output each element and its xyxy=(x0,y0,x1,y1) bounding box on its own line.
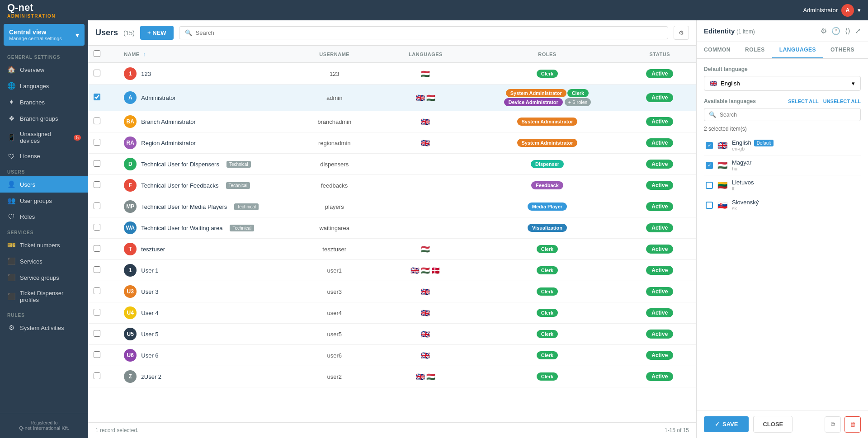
lang-default-badge: Default xyxy=(754,140,774,146)
row-checkbox[interactable] xyxy=(94,266,100,273)
sidebar-item-ticket-numbers[interactable]: 🎫 Ticket numbers xyxy=(0,237,88,253)
row-checkbox[interactable] xyxy=(94,309,100,316)
col-languages: LANGUAGES xyxy=(380,46,472,63)
tab-others[interactable]: OTHERS xyxy=(823,42,862,58)
row-checkbox[interactable] xyxy=(94,372,100,379)
sidebar-label-ticket-numbers: Ticket numbers xyxy=(20,242,60,249)
right-panel-count: (1 item) xyxy=(736,28,755,35)
row-checkbox[interactable] xyxy=(94,245,100,252)
history-icon[interactable]: 🕐 xyxy=(831,27,840,35)
table-row[interactable]: RARegion Administratorregionadmin🇬🇧Syste… xyxy=(88,132,696,154)
copy-button[interactable]: ⧉ xyxy=(825,416,841,433)
table-row[interactable]: U3User 3user3🇬🇧ClerkActive xyxy=(88,281,696,302)
row-checkbox[interactable] xyxy=(94,203,100,209)
lang-search-input[interactable] xyxy=(720,112,856,118)
username-cell: admin xyxy=(289,85,380,111)
row-checkbox[interactable] xyxy=(94,160,100,167)
language-item[interactable]: 🇭🇺Magyarhu xyxy=(704,155,861,175)
lang-flag-icon: 🇭🇺 xyxy=(717,160,727,170)
table-row[interactable]: DTechnical User for DispensersTechnicald… xyxy=(88,154,696,175)
save-button[interactable]: ✓ SAVE xyxy=(704,416,749,432)
table-row[interactable]: FTechnical User for FeedbacksTechnicalfe… xyxy=(88,175,696,196)
table-row[interactable]: U5User 5user5🇬🇧ClerkActive xyxy=(88,324,696,345)
filter-button[interactable]: ⚙ xyxy=(674,26,689,40)
table-row[interactable]: ZzUser 2user2🇬🇧🇭🇺ClerkActive xyxy=(88,366,696,387)
row-checkbox[interactable] xyxy=(94,224,100,231)
search-icon: 🔍 xyxy=(185,29,192,36)
lang-checkbox[interactable] xyxy=(706,162,713,169)
users-count: (15) xyxy=(123,29,135,37)
users-title: Users xyxy=(95,28,118,38)
ticket-icon: 🎫 xyxy=(7,241,15,249)
share-icon[interactable]: ⟨⟩ xyxy=(845,27,850,35)
row-checkbox[interactable] xyxy=(94,330,100,337)
sidebar-item-branch-groups[interactable]: ❖ Branch groups xyxy=(0,110,88,127)
user-name: User 4 xyxy=(141,310,158,316)
lang-code: sk xyxy=(732,206,859,211)
row-checkbox[interactable] xyxy=(94,139,100,146)
user-name: Technical User for Media Players xyxy=(141,203,227,210)
expand-icon[interactable]: ⤢ xyxy=(855,27,861,35)
new-button[interactable]: + NEW xyxy=(140,26,174,40)
settings-icon[interactable]: ⚙ xyxy=(821,27,827,35)
row-checkbox[interactable] xyxy=(94,351,100,358)
col-username: USERNAME xyxy=(289,46,380,63)
sidebar-item-roles[interactable]: 🛡 Roles xyxy=(0,209,88,225)
default-lang-select[interactable]: 🇬🇧 English ▾ xyxy=(704,76,861,91)
logo-q: Q-net xyxy=(7,2,33,13)
sidebar-item-ticket-dispenser[interactable]: ⬛ Ticket Dispenser profiles xyxy=(0,286,88,307)
sidebar-item-service-groups[interactable]: ⬛ Service groups xyxy=(0,269,88,286)
username-cell: waitingarea xyxy=(289,217,380,239)
table-row[interactable]: 1User 1user1🇬🇧🇭🇺🇩🇰ClerkActive xyxy=(88,260,696,281)
user-avatar: U5 xyxy=(124,328,137,340)
user-name: User 3 xyxy=(141,288,158,295)
lang-checkbox[interactable] xyxy=(706,182,713,189)
language-item[interactable]: 🇬🇧EnglishDefaulten-gb xyxy=(704,136,861,155)
row-checkbox[interactable] xyxy=(94,70,100,76)
sidebar-item-system-activities[interactable]: ⚙ System Activities xyxy=(0,320,88,336)
user-menu[interactable]: Administrator A ▾ xyxy=(803,4,861,17)
table-row[interactable]: Ttesztusertesztuser🇭🇺ClerkActive xyxy=(88,239,696,260)
row-checkbox[interactable] xyxy=(94,118,100,124)
sidebar-item-users[interactable]: 👤 Users xyxy=(0,176,88,193)
row-checkbox[interactable] xyxy=(94,181,100,188)
sidebar-item-unassigned-devices[interactable]: 📱 Unassigned devices 5 xyxy=(0,127,88,148)
unselect-all-link[interactable]: UNSELECT ALL xyxy=(823,99,861,104)
row-checkbox[interactable] xyxy=(94,94,100,100)
select-all-checkbox[interactable] xyxy=(94,50,100,57)
sidebar-item-languages[interactable]: 🌐 Languages xyxy=(0,78,88,94)
sidebar-item-license[interactable]: 🛡 License xyxy=(0,148,88,164)
table-row[interactable]: MPTechnical User for Media PlayersTechni… xyxy=(88,196,696,217)
table-row[interactable]: BABranch Administratorbranchadmin🇬🇧Syste… xyxy=(88,111,696,132)
search-input[interactable] xyxy=(196,29,663,36)
tab-common[interactable]: COMMON xyxy=(697,42,738,58)
sidebar-label-ticket-dispenser: Ticket Dispenser profiles xyxy=(20,290,81,303)
sidebar-item-user-groups[interactable]: 👥 User groups xyxy=(0,193,88,209)
row-checkbox[interactable] xyxy=(94,287,100,294)
table-row[interactable]: WATechnical User for Waiting areaTechnic… xyxy=(88,217,696,239)
table-row[interactable]: U6User 6user6🇬🇧ClerkActive xyxy=(88,345,696,366)
table-row[interactable]: AAdministratoradmin🇬🇧🇭🇺System Administra… xyxy=(88,85,696,111)
flag-icon: 🇭🇺 xyxy=(421,70,430,78)
tab-roles[interactable]: ROLES xyxy=(738,42,772,58)
lang-checkbox[interactable] xyxy=(706,142,713,149)
select-all-link[interactable]: SELECT ALL xyxy=(788,99,818,104)
close-button[interactable]: CLOSE xyxy=(753,416,793,433)
sidebar-item-overview[interactable]: 🏠 Overview xyxy=(0,61,88,78)
role-badge: Clerk xyxy=(567,89,589,97)
language-item[interactable]: 🇸🇰Slovenskýsk xyxy=(704,195,861,215)
user-name: Technical User for Dispensers xyxy=(141,161,219,168)
delete-button[interactable]: 🗑 xyxy=(844,416,861,433)
central-view-button[interactable]: Central view Manage central settings ▾ xyxy=(4,24,85,46)
tab-languages[interactable]: LANGUAGES xyxy=(772,42,823,58)
sidebar-item-services[interactable]: ⬛ Services xyxy=(0,253,88,269)
sidebar-item-branches[interactable]: ✦ Branches xyxy=(0,94,88,110)
language-item[interactable]: 🇱🇹Lietuvoslt xyxy=(704,175,861,195)
username-cell: feedbacks xyxy=(289,175,380,196)
user-avatar: U6 xyxy=(124,349,137,362)
role-badge: Clerk xyxy=(537,351,558,359)
table-row[interactable]: 1123123🇭🇺ClerkActive xyxy=(88,63,696,85)
lang-checkbox[interactable] xyxy=(706,202,713,209)
pagination: 1-15 of 15 xyxy=(665,427,689,433)
table-row[interactable]: U4User 4user4🇬🇧ClerkActive xyxy=(88,302,696,324)
